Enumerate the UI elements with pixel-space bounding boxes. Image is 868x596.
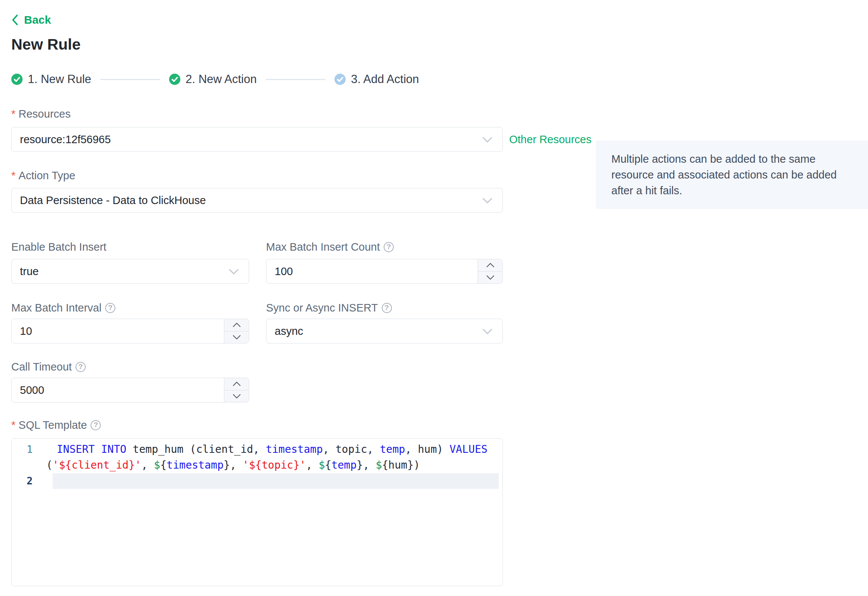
enable-batch-insert-label-text: Enable Batch Insert [11, 241, 106, 253]
help-icon[interactable]: ? [105, 303, 115, 313]
chevron-left-icon [11, 14, 19, 26]
increase-button[interactable] [224, 319, 249, 331]
chevron-down-icon [482, 133, 493, 146]
step-connector [100, 79, 160, 80]
max-batch-insert-count-input[interactable]: 100 [266, 259, 503, 284]
sql-token: } [224, 459, 230, 471]
sql-token: ( [46, 459, 53, 471]
code-line: 1 INSERT INTO temp_hum (client_id, times… [12, 442, 502, 457]
decrease-button[interactable] [224, 331, 249, 343]
info-box: Multiple actions can be added to the sam… [596, 141, 868, 209]
help-icon[interactable]: ? [382, 303, 392, 313]
sql-token: { [325, 459, 331, 471]
chevron-down-icon [482, 194, 493, 207]
sql-token: , hum) [405, 443, 449, 455]
sql-token: , [363, 459, 376, 471]
other-resources-link[interactable]: Other Resources [509, 133, 591, 146]
increase-button[interactable] [478, 259, 502, 272]
page-title: New Rule [11, 35, 868, 53]
decrease-button[interactable] [478, 272, 502, 284]
sql-token: temp_hum (client_id, [126, 443, 266, 455]
enable-batch-insert-label: Enable Batch Insert [11, 241, 249, 253]
decrease-button[interactable] [224, 390, 249, 402]
step-connector [266, 79, 325, 80]
sql-token: , topic, [323, 443, 380, 455]
sql-token: , [230, 459, 243, 471]
enable-batch-insert-select[interactable]: true [11, 259, 249, 284]
sql-token: $ [154, 459, 160, 471]
sql-token: { [160, 459, 166, 471]
sql-token: } [407, 459, 414, 471]
max-batch-interval-value: 10 [20, 325, 32, 337]
sql-token [95, 443, 101, 455]
help-icon[interactable]: ? [76, 362, 86, 372]
sql-token: timestamp [166, 459, 224, 471]
sync-or-async-insert-label: Sync or Async INSERT ? [266, 301, 503, 314]
code-line-content: ('${client_id}', ${timestamp}, '${topic}… [46, 457, 499, 473]
sql-token: hum [388, 459, 407, 471]
required-mark: * [11, 107, 15, 120]
action-type-select[interactable]: Data Persistence - Data to ClickHouse [11, 188, 503, 213]
sql-token: INSERT [57, 443, 95, 455]
step-label: 2. New Action [186, 73, 257, 86]
help-icon[interactable]: ? [384, 242, 394, 252]
check-circle-icon [11, 74, 23, 85]
sync-or-async-insert-select[interactable]: async [266, 319, 503, 343]
new-rule-page: Back New Rule 1. New Rule 2. New Action … [0, 0, 868, 596]
call-timeout-label-text: Call Timeout [11, 360, 72, 373]
increase-button[interactable] [224, 378, 249, 390]
sql-token: , [141, 459, 154, 471]
code-line: ('${client_id}', ${timestamp}, '${topic}… [12, 457, 502, 473]
max-batch-interval-input[interactable]: 10 [11, 319, 249, 343]
sql-token: $ [376, 459, 382, 471]
sql-token: VALUES [449, 443, 487, 455]
sql-token: } [357, 459, 363, 471]
code-line-active: 2 [12, 473, 502, 489]
sql-template-editor[interactable]: 1 INSERT INTO temp_hum (client_id, times… [11, 438, 503, 586]
max-batch-insert-count-value: 100 [275, 265, 293, 278]
number-spinner [224, 378, 249, 402]
required-mark: * [11, 169, 15, 182]
sql-token: $ [319, 459, 325, 471]
resources-select-value: resource:12f56965 [20, 133, 111, 146]
sync-or-async-insert-label-text: Sync or Async INSERT [266, 301, 378, 314]
back-label: Back [24, 14, 51, 26]
call-timeout-value: 5000 [20, 384, 44, 396]
sql-token: temp [331, 459, 357, 471]
call-timeout-label: Call Timeout ? [11, 360, 503, 373]
action-type-select-value: Data Persistence - Data to ClickHouse [20, 194, 206, 207]
sql-token: temp [380, 443, 405, 455]
action-type-label: * Action Type [11, 169, 503, 182]
max-batch-interval-label: Max Batch Interval ? [11, 301, 249, 314]
line-number [12, 457, 46, 473]
max-batch-insert-count-label-text: Max Batch Insert Count [266, 241, 380, 253]
step-label: 1. New Rule [28, 73, 91, 86]
step-label: 3. Add Action [351, 73, 419, 86]
check-circle-icon [169, 74, 180, 85]
stepper: 1. New Rule 2. New Action 3. Add Action [11, 73, 419, 86]
resources-label: * Resources [11, 107, 503, 120]
sql-token: INTO [101, 443, 126, 455]
enable-batch-insert-select-value: true [20, 265, 39, 278]
chevron-down-icon [228, 265, 239, 278]
action-type-label-text: Action Type [18, 169, 75, 182]
sql-token: '${client_id}' [53, 459, 141, 471]
help-icon[interactable]: ? [91, 420, 101, 430]
step-1-new-rule: 1. New Rule [11, 73, 91, 86]
call-timeout-input[interactable]: 5000 [11, 378, 249, 402]
sql-token: ) [414, 459, 420, 471]
sql-token: '${topic}' [243, 459, 306, 471]
rule-form: * Resources resource:12f56965 Other Reso… [11, 107, 503, 586]
code-line-content [53, 473, 499, 489]
max-batch-insert-count-label: Max Batch Insert Count ? [266, 241, 503, 253]
sql-token: , [306, 459, 319, 471]
sql-token: timestamp [266, 443, 323, 455]
line-number: 2 [12, 473, 46, 489]
check-circle-icon [334, 74, 346, 85]
sql-token: { [382, 459, 389, 471]
back-link[interactable]: Back [11, 14, 51, 26]
sync-or-async-insert-select-value: async [275, 325, 303, 337]
sql-template-label-text: SQL Template [18, 419, 87, 431]
resources-select[interactable]: resource:12f56965 [11, 127, 503, 152]
required-mark: * [11, 419, 15, 431]
